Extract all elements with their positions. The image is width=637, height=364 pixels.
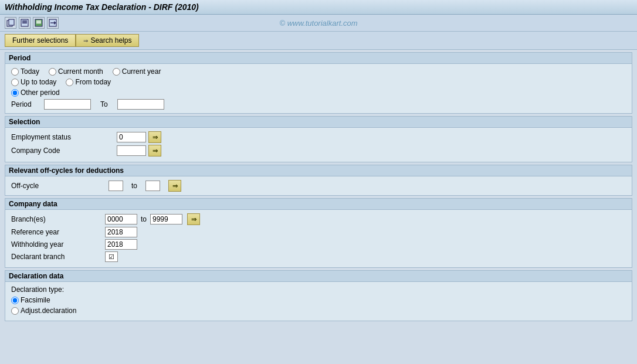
from-today-radio[interactable] bbox=[66, 79, 73, 86]
period-row-1: Today Current month Current year bbox=[11, 67, 626, 76]
branch-row: Branch(es) to ⇒ bbox=[11, 213, 626, 225]
further-selections-tab[interactable]: Further selections bbox=[5, 34, 76, 47]
with-year-row: Withholding year bbox=[11, 239, 626, 250]
adjust-radio[interactable] bbox=[11, 307, 19, 315]
current-year-radio[interactable] bbox=[113, 68, 120, 76]
off-cycles-body: Off-cycle to ⇒ bbox=[5, 176, 632, 195]
off-cycle-to-input[interactable] bbox=[145, 181, 160, 191]
svg-rect-6 bbox=[36, 21, 41, 22]
selection-body: Employment status ⇒ Company Code ⇒ bbox=[5, 128, 632, 162]
period-to-input[interactable] bbox=[117, 99, 164, 110]
period-input-row: Period To bbox=[11, 99, 626, 110]
decl-type-label: Declaration type: bbox=[11, 285, 626, 294]
off-cycles-header: Relevant off-cycles for deductions bbox=[5, 165, 632, 176]
company-code-label: Company Code bbox=[11, 147, 117, 155]
from-today-radio-item[interactable]: From today bbox=[66, 78, 111, 86]
off-cycle-nav-btn[interactable]: ⇒ bbox=[168, 180, 181, 192]
check-icon: ☑ bbox=[109, 253, 114, 261]
ref-year-row: Reference year bbox=[11, 227, 626, 237]
further-selections-label: Further selections bbox=[12, 36, 68, 45]
branch-nav-btn[interactable]: ⇒ bbox=[187, 213, 200, 225]
decl-branch-checkbox-display: ☑ bbox=[105, 251, 118, 262]
search-helps-arrow-icon: ⇒ bbox=[83, 38, 88, 44]
other-period-label: Other period bbox=[21, 89, 60, 97]
period-row-3: Other period bbox=[11, 89, 626, 97]
from-today-label: From today bbox=[75, 78, 111, 86]
period-body: Today Current month Current year Up to t… bbox=[5, 64, 632, 113]
branch-arrow-icon: ⇒ bbox=[191, 216, 196, 223]
with-year-label: Withholding year bbox=[11, 240, 105, 249]
current-month-radio[interactable] bbox=[49, 68, 56, 76]
adjust-radio-item[interactable]: Adjust.declaration bbox=[11, 307, 76, 315]
decl-facsimile-row: Facsimile bbox=[11, 296, 626, 304]
toolbar: © www.tutorialkart.com bbox=[0, 15, 637, 32]
period-to-label: To bbox=[100, 100, 108, 108]
svg-rect-7 bbox=[36, 22, 41, 23]
period-section: Period Today Current month Current year bbox=[5, 52, 632, 114]
today-radio[interactable] bbox=[11, 68, 19, 76]
other-period-radio-item[interactable]: Other period bbox=[11, 89, 60, 97]
branch-from-input[interactable] bbox=[105, 214, 137, 224]
selection-header: Selection bbox=[5, 117, 632, 128]
company-data-body: Branch(es) to ⇒ Reference year Withholdi… bbox=[5, 210, 632, 267]
current-year-radio-item[interactable]: Current year bbox=[113, 67, 161, 76]
up-to-today-radio[interactable] bbox=[11, 79, 19, 86]
off-cycle-to-label: to bbox=[131, 182, 137, 190]
ref-year-input[interactable] bbox=[105, 227, 137, 237]
off-cycle-from-input[interactable] bbox=[109, 181, 123, 191]
period-row-2: Up to today From today bbox=[11, 78, 626, 86]
svg-rect-3 bbox=[22, 21, 27, 22]
decl-adjust-row: Adjust.declaration bbox=[11, 307, 626, 315]
title-bar: Withholding Income Tax Declaration - DIR… bbox=[0, 0, 637, 15]
off-cycle-row: Off-cycle to ⇒ bbox=[11, 180, 626, 192]
company-code-input[interactable] bbox=[117, 145, 146, 156]
watermark: © www.tutorialkart.com bbox=[279, 19, 357, 28]
current-year-label: Current year bbox=[122, 67, 161, 76]
off-cycle-arrow-icon: ⇒ bbox=[172, 182, 178, 190]
today-label: Today bbox=[21, 67, 39, 76]
decl-branch-row: Declarant branch ☑ bbox=[11, 251, 626, 262]
employment-status-row: Employment status ⇒ bbox=[11, 131, 626, 143]
toolbar-icon-3[interactable] bbox=[33, 17, 45, 29]
facsimile-radio[interactable] bbox=[11, 297, 19, 304]
page-title: Withholding Income Tax Declaration - DIR… bbox=[5, 2, 199, 12]
with-year-input[interactable] bbox=[105, 239, 137, 250]
today-radio-item[interactable]: Today bbox=[11, 67, 39, 76]
ref-year-label: Reference year bbox=[11, 228, 105, 236]
search-helps-tab[interactable]: ⇒ Search helps bbox=[76, 34, 139, 47]
facsimile-radio-item[interactable]: Facsimile bbox=[11, 296, 50, 304]
toolbar-icon-2[interactable] bbox=[19, 17, 31, 29]
employment-status-label: Employment status bbox=[11, 133, 117, 141]
up-to-today-label: Up to today bbox=[21, 78, 56, 86]
decl-branch-label: Declarant branch bbox=[11, 253, 105, 261]
off-cycle-label: Off-cycle bbox=[11, 182, 105, 190]
current-month-label: Current month bbox=[58, 67, 103, 76]
period-field-label: Period bbox=[11, 100, 40, 108]
company-code-row: Company Code ⇒ bbox=[11, 145, 626, 157]
declaration-body: Declaration type: Facsimile Adjust.decla… bbox=[5, 282, 632, 321]
other-period-radio[interactable] bbox=[11, 89, 19, 97]
current-month-radio-item[interactable]: Current month bbox=[49, 67, 103, 76]
period-from-input[interactable] bbox=[44, 99, 91, 110]
tab-bar: Further selections ⇒ Search helps bbox=[0, 32, 637, 50]
employment-status-input[interactable] bbox=[117, 132, 146, 142]
company-code-arrow-icon: ⇒ bbox=[153, 147, 158, 155]
company-code-nav-btn[interactable]: ⇒ bbox=[148, 145, 161, 157]
toolbar-icon-4[interactable] bbox=[47, 17, 59, 29]
search-helps-label: Search helps bbox=[90, 36, 131, 45]
branch-to-label: to bbox=[141, 215, 147, 223]
facsimile-label: Facsimile bbox=[21, 296, 50, 304]
employment-status-nav-btn[interactable]: ⇒ bbox=[148, 131, 161, 143]
up-to-today-radio-item[interactable]: Up to today bbox=[11, 78, 56, 86]
adjust-label: Adjust.declaration bbox=[21, 307, 76, 315]
content: Period Today Current month Current year bbox=[0, 50, 637, 326]
off-cycles-section: Relevant off-cycles for deductions Off-c… bbox=[5, 165, 632, 196]
period-header: Period bbox=[5, 53, 632, 64]
toolbar-icon-1[interactable] bbox=[5, 17, 16, 29]
svg-rect-4 bbox=[22, 22, 27, 23]
company-data-section: Company data Branch(es) to ⇒ Reference y… bbox=[5, 198, 632, 268]
company-data-header: Company data bbox=[5, 199, 632, 210]
selection-section: Selection Employment status ⇒ Company Co… bbox=[5, 116, 632, 162]
branch-to-input[interactable] bbox=[150, 214, 182, 224]
employment-status-arrow-icon: ⇒ bbox=[153, 134, 158, 141]
